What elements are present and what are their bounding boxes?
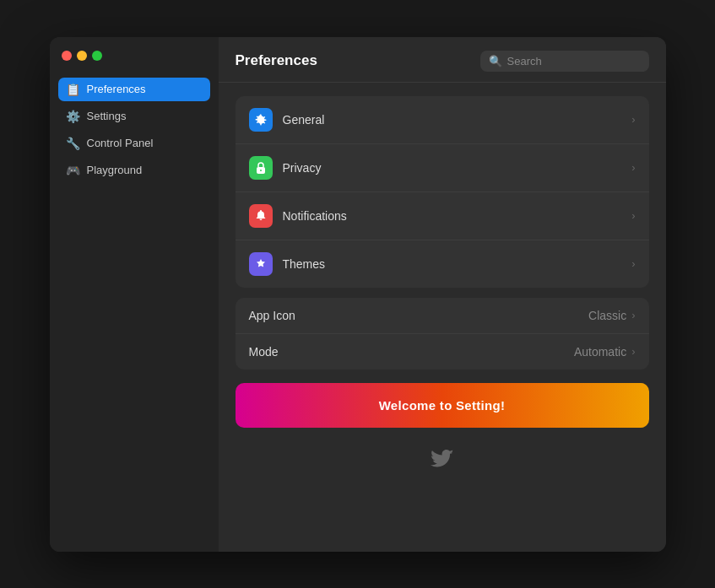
sidebar: 📋 Preferences ⚙️ Settings 🔧 Control Pane… xyxy=(50,37,219,552)
sidebar-label-playground: Playground xyxy=(87,164,143,176)
maximize-button[interactable] xyxy=(92,51,102,61)
app-icon-row[interactable]: App Icon Classic › xyxy=(236,298,649,334)
privacy-row[interactable]: Privacy › xyxy=(236,144,649,192)
main-header: Preferences 🔍 xyxy=(219,37,666,83)
general-row[interactable]: General › xyxy=(236,96,649,144)
twitter-area xyxy=(236,441,649,490)
notifications-chevron: › xyxy=(631,209,635,222)
search-icon: 🔍 xyxy=(489,55,502,67)
sidebar-label-preferences: Preferences xyxy=(87,83,146,95)
notifications-icon xyxy=(249,204,273,228)
sidebar-label-settings: Settings xyxy=(87,110,127,122)
general-icon xyxy=(249,108,273,132)
sidebar-item-settings[interactable]: ⚙️ Settings xyxy=(58,105,210,128)
app-icon-label: App Icon xyxy=(249,309,589,322)
privacy-icon xyxy=(249,156,273,180)
search-bar[interactable]: 🔍 xyxy=(480,51,649,72)
settings-group-main: General › Privacy › xyxy=(236,96,649,288)
welcome-button[interactable]: Welcome to Setting! xyxy=(236,383,649,428)
search-input[interactable] xyxy=(507,55,641,67)
sidebar-item-playground[interactable]: 🎮 Playground xyxy=(58,159,210,182)
control-panel-icon: 🔧 xyxy=(67,137,80,150)
privacy-chevron: › xyxy=(631,161,635,174)
welcome-button-label: Welcome to Setting! xyxy=(379,398,506,413)
privacy-label: Privacy xyxy=(283,161,622,175)
settings-icon: ⚙️ xyxy=(67,110,80,123)
app-icon-value: Classic xyxy=(588,309,626,322)
playground-icon: 🎮 xyxy=(67,164,80,177)
themes-row[interactable]: Themes › xyxy=(236,240,649,288)
page-title: Preferences xyxy=(236,52,317,69)
twitter-icon xyxy=(431,450,454,473)
mode-label: Mode xyxy=(249,345,574,359)
mode-chevron: › xyxy=(631,345,635,358)
minimize-button[interactable] xyxy=(77,51,87,61)
mode-row[interactable]: Mode Automatic › xyxy=(236,334,649,370)
themes-chevron: › xyxy=(631,257,635,270)
preferences-icon: 📋 xyxy=(67,83,80,96)
themes-label: Themes xyxy=(283,257,622,271)
svg-point-2 xyxy=(260,170,262,171)
notifications-label: Notifications xyxy=(283,209,622,223)
general-chevron: › xyxy=(631,113,635,126)
sidebar-label-control-panel: Control Panel xyxy=(87,137,154,149)
sidebar-item-preferences[interactable]: 📋 Preferences xyxy=(58,78,210,101)
app-icon-chevron: › xyxy=(631,309,635,321)
mode-value: Automatic xyxy=(574,345,626,359)
close-button[interactable] xyxy=(62,51,72,61)
content-area: General › Privacy › xyxy=(219,83,666,504)
simple-group: App Icon Classic › Mode Automatic › xyxy=(236,298,649,370)
notifications-row[interactable]: Notifications › xyxy=(236,192,649,240)
main-content: Preferences 🔍 xyxy=(219,37,666,552)
general-label: General xyxy=(283,113,622,127)
themes-icon xyxy=(249,252,273,276)
app-window: 📋 Preferences ⚙️ Settings 🔧 Control Pane… xyxy=(50,37,666,552)
traffic-lights xyxy=(50,37,219,73)
sidebar-item-control-panel[interactable]: 🔧 Control Panel xyxy=(58,132,210,155)
